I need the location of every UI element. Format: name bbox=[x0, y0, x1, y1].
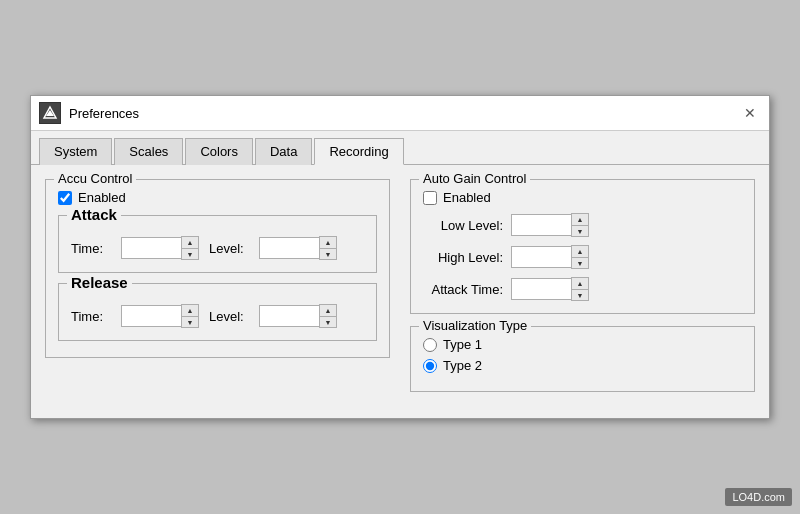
release-level-label: Level: bbox=[209, 309, 249, 324]
release-time-up[interactable]: ▲ bbox=[182, 305, 198, 316]
content-area: Accu Control Enabled Attack Time: 100 ▲ bbox=[31, 165, 769, 418]
window-title: Preferences bbox=[69, 106, 139, 121]
agc-low-level-row: Low Level: -30 ▲ ▼ bbox=[423, 213, 742, 237]
agc-attack-time-down[interactable]: ▼ bbox=[572, 289, 588, 300]
attack-level-down[interactable]: ▼ bbox=[320, 248, 336, 259]
release-time-down[interactable]: ▼ bbox=[182, 316, 198, 327]
visualization-title: Visualization Type bbox=[419, 318, 531, 333]
release-level-down[interactable]: ▼ bbox=[320, 316, 336, 327]
agc-attack-time-row: Attack Time: 100 ▲ ▼ bbox=[423, 277, 742, 301]
agc-high-level-down[interactable]: ▼ bbox=[572, 257, 588, 268]
accu-enabled-row: Enabled bbox=[58, 190, 377, 205]
attack-level-input[interactable]: -40 bbox=[259, 237, 319, 259]
agc-high-level-label: High Level: bbox=[423, 250, 503, 265]
agc-enabled-row: Enabled bbox=[423, 190, 742, 205]
visualization-group: Visualization Type Type 1 Type 2 bbox=[410, 326, 755, 392]
close-button[interactable]: ✕ bbox=[739, 102, 761, 124]
agc-attack-time-label: Attack Time: bbox=[423, 282, 503, 297]
release-time-spinner: 300 ▲ ▼ bbox=[121, 304, 199, 328]
type1-label: Type 1 bbox=[443, 337, 482, 352]
tab-colors[interactable]: Colors bbox=[185, 138, 253, 165]
agc-enabled-label: Enabled bbox=[443, 190, 491, 205]
agc-group: Auto Gain Control Enabled Low Level: -30… bbox=[410, 179, 755, 314]
tab-recording[interactable]: Recording bbox=[314, 138, 403, 165]
agc-low-level-input[interactable]: -30 bbox=[511, 214, 571, 236]
agc-high-level-row: High Level: -10 ▲ ▼ bbox=[423, 245, 742, 269]
tab-scales[interactable]: Scales bbox=[114, 138, 183, 165]
accu-control-group: Accu Control Enabled Attack Time: 100 ▲ bbox=[45, 179, 390, 358]
agc-attack-time-input[interactable]: 100 bbox=[511, 278, 571, 300]
type2-row: Type 2 bbox=[423, 358, 742, 373]
app-icon bbox=[39, 102, 61, 124]
attack-time-spinner: 100 ▲ ▼ bbox=[121, 236, 199, 260]
attack-time-down[interactable]: ▼ bbox=[182, 248, 198, 259]
agc-low-level-spinner: -30 ▲ ▼ bbox=[511, 213, 589, 237]
titlebar: Preferences ✕ bbox=[31, 96, 769, 131]
release-time-label: Time: bbox=[71, 309, 111, 324]
type1-radio[interactable] bbox=[423, 338, 437, 352]
attack-time-label: Time: bbox=[71, 241, 111, 256]
attack-level-label: Level: bbox=[209, 241, 249, 256]
agc-high-level-input[interactable]: -10 bbox=[511, 246, 571, 268]
watermark: LO4D.com bbox=[725, 488, 792, 506]
attack-fields: Time: 100 ▲ ▼ Level: -40 ▲ bbox=[71, 236, 364, 260]
accu-control-panel: Accu Control Enabled Attack Time: 100 ▲ bbox=[45, 179, 390, 404]
release-level-up[interactable]: ▲ bbox=[320, 305, 336, 316]
accu-enabled-checkbox[interactable] bbox=[58, 191, 72, 205]
type2-label: Type 2 bbox=[443, 358, 482, 373]
attack-group: Attack Time: 100 ▲ ▼ Level: -40 bbox=[58, 215, 377, 273]
release-level-input[interactable]: -40 bbox=[259, 305, 319, 327]
agc-attack-time-spinner: 100 ▲ ▼ bbox=[511, 277, 589, 301]
right-panel: Auto Gain Control Enabled Low Level: -30… bbox=[410, 179, 755, 404]
agc-low-level-label: Low Level: bbox=[423, 218, 503, 233]
accu-enabled-label: Enabled bbox=[78, 190, 126, 205]
agc-high-level-up[interactable]: ▲ bbox=[572, 246, 588, 257]
type1-row: Type 1 bbox=[423, 337, 742, 352]
preferences-window: Preferences ✕ System Scales Colors Data … bbox=[30, 95, 770, 419]
agc-low-level-up[interactable]: ▲ bbox=[572, 214, 588, 225]
agc-title: Auto Gain Control bbox=[419, 171, 530, 186]
release-group: Release Time: 300 ▲ ▼ Level: -40 bbox=[58, 283, 377, 341]
attack-title: Attack bbox=[67, 206, 121, 223]
agc-attack-time-up[interactable]: ▲ bbox=[572, 278, 588, 289]
release-fields: Time: 300 ▲ ▼ Level: -40 ▲ bbox=[71, 304, 364, 328]
agc-enabled-checkbox[interactable] bbox=[423, 191, 437, 205]
release-title: Release bbox=[67, 274, 132, 291]
attack-level-up[interactable]: ▲ bbox=[320, 237, 336, 248]
type2-radio[interactable] bbox=[423, 359, 437, 373]
tab-system[interactable]: System bbox=[39, 138, 112, 165]
accu-control-title: Accu Control bbox=[54, 171, 136, 186]
agc-low-level-down[interactable]: ▼ bbox=[572, 225, 588, 236]
tab-data[interactable]: Data bbox=[255, 138, 312, 165]
attack-time-input[interactable]: 100 bbox=[121, 237, 181, 259]
agc-high-level-spinner: -10 ▲ ▼ bbox=[511, 245, 589, 269]
tab-bar: System Scales Colors Data Recording bbox=[31, 131, 769, 165]
attack-time-up[interactable]: ▲ bbox=[182, 237, 198, 248]
attack-level-spinner: -40 ▲ ▼ bbox=[259, 236, 337, 260]
release-level-spinner: -40 ▲ ▼ bbox=[259, 304, 337, 328]
release-time-input[interactable]: 300 bbox=[121, 305, 181, 327]
